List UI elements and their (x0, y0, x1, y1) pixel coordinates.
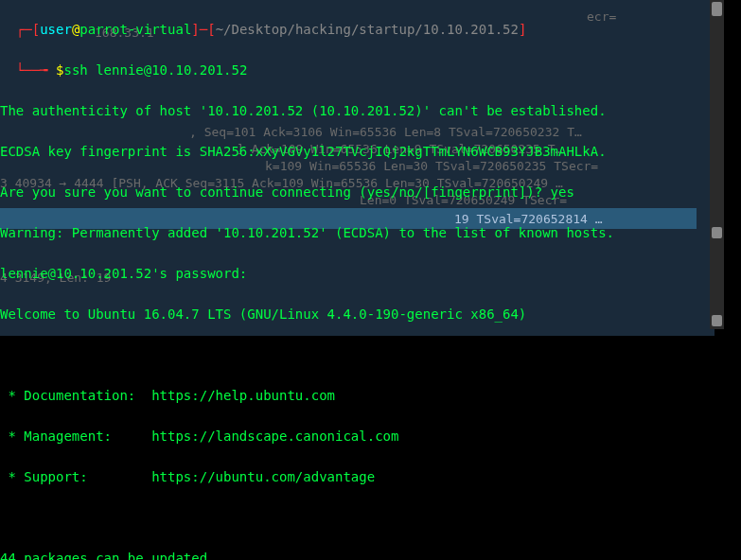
output-line: The authenticity of host '10.10.201.52 (… (0, 101, 741, 122)
output-line: 44 packages can be updated. (0, 549, 741, 560)
output-line: Warning: Permanently added '10.10.201.52… (0, 223, 741, 244)
ssh-command: ssh lennie@10.10.201.52 (63, 62, 247, 78)
output-line: lennie@10.10.201.52's password: (0, 264, 741, 285)
terminal-output[interactable]: ┌─[user@parrot-virtual]─[~/Desktop/hacki… (0, 0, 741, 560)
output-line: * Documentation: https://help.ubuntu.com (0, 386, 741, 407)
output-line: Are you sure you want to continue connec… (0, 183, 741, 203)
output-blank (0, 345, 741, 366)
prompt-line-1: ┌─[user@parrot-virtual]─[~/Desktop/hacki… (0, 20, 741, 41)
prompt-line-2: └──╼ $ssh lennie@10.10.201.52 (0, 61, 741, 81)
output-line: Welcome to Ubuntu 16.04.7 LTS (GNU/Linux… (0, 305, 741, 325)
output-line: ECDSA key fingerprint is SHA256:xXyVGVy1… (0, 142, 741, 163)
output-blank (0, 508, 741, 529)
output-line: * Management: https://landscape.canonica… (0, 427, 741, 447)
output-line: * Support: https://ubuntu.com/advantage (0, 467, 741, 488)
